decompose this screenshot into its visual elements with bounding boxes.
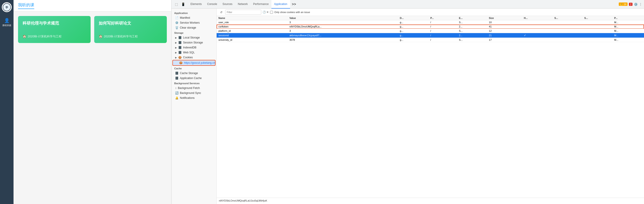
devtools-tabs: Elements Console Sources Network Perform… — [188, 0, 617, 8]
filter-input[interactable] — [225, 10, 261, 15]
cookie-toolbar: ↺ 🕐 ✕ Only show cookies with an issue — [216, 8, 644, 16]
col-header-path[interactable]: P... — [428, 16, 457, 20]
tab-performance[interactable]: Performance — [250, 0, 272, 8]
col-header-samesite[interactable]: S... — [582, 16, 612, 20]
sidebar-item-courses[interactable]: 👤 课程班级 — [1, 17, 12, 28]
sidebar-item-manifest[interactable]: 📄 Manifest — [172, 15, 216, 20]
sidebar-item-cookies-url[interactable]: 🍪 https://gsscut.yuketang.cn — [172, 60, 216, 66]
col-header-size[interactable]: Size — [487, 16, 522, 20]
svg-text:学: 学 — [6, 6, 8, 9]
error-badge: 2 — [629, 3, 632, 6]
service-workers-label: Service Workers — [180, 21, 200, 24]
app-cache-icon: 🗄️ — [175, 77, 178, 80]
notifications-icon: 🔔 — [175, 96, 178, 100]
col-header-domain[interactable]: D... — [398, 16, 428, 20]
cookie-row-3[interactable]: sessionidakbmaycdtkeoe13cjyaya97...g.../… — [216, 33, 644, 38]
course-meta-1: 🏠 2020秋-计算机科学与工程 — [99, 34, 162, 38]
filter-clear-icon[interactable]: ✕ — [266, 10, 269, 14]
filter-icons: 🕐 ✕ — [262, 10, 269, 14]
sidebar-item-web-sql[interactable]: ▶ 🗄️ Web SQL — [172, 50, 216, 55]
col-header-httponly[interactable]: H... — [522, 16, 552, 20]
local-storage-label: Local Storage — [183, 36, 200, 39]
sidebar-item-notifications[interactable]: 🔔 Notifications — [172, 95, 216, 100]
app-panel: 学 👤 课程班级 我听的课 科研伦理与学术规范 🏠 2020秋-计算机科学与工程… — [0, 0, 171, 204]
sidebar-item-application-cache[interactable]: 🗄️ Application Cache — [172, 76, 216, 81]
devtools-body: Application 📄 Manifest ⚙️ Service Worker… — [172, 8, 644, 204]
arrow-cookies: ▶ — [175, 56, 177, 59]
col-header-expires[interactable]: E... — [457, 16, 487, 20]
cookies-label: Cookies — [183, 56, 193, 59]
service-workers-icon: ⚙️ — [175, 21, 178, 24]
course-meta-text-0: 2020秋-计算机科学与工程 — [28, 34, 62, 38]
devtools-topbar: ⬚ 📱 Elements Console Sources Network Per… — [172, 0, 644, 8]
tab-application[interactable]: Application — [272, 0, 290, 8]
courses-grid: 科研伦理与学术规范 🏠 2020秋-计算机科学与工程 如何写好科研论文 🏠 20… — [14, 11, 171, 47]
sidebar-item-label: 课程班级 — [2, 24, 11, 27]
section-label-storage: Storage — [172, 30, 216, 35]
col-header-name[interactable]: Name — [216, 16, 288, 20]
local-storage-icon: 🗄️ — [178, 36, 182, 39]
tab-more[interactable]: >> — [290, 0, 298, 8]
bg-sync-label: Background Sync — [180, 91, 201, 95]
course-card-1[interactable]: 如何写好科研论文 🏠 2020秋-计算机科学与工程 — [94, 16, 167, 43]
clear-storage-label: Clear storage — [180, 26, 196, 29]
filter-history-icon[interactable]: 🕐 — [262, 10, 266, 14]
sidebar: 学 👤 课程班级 — [0, 0, 14, 204]
warning-badge: ⚠️ 26 — [619, 2, 628, 6]
tab-elements[interactable]: Elements — [188, 0, 204, 8]
tab-console[interactable]: Console — [204, 0, 220, 8]
col-header-priority[interactable]: P... — [612, 16, 644, 20]
cookie-value-footer: niNYDSbLOmoUMQoqRLaUJzu5qLWb4juK — [216, 198, 644, 204]
tab-network[interactable]: Network — [235, 0, 250, 8]
home-icon-1: 🏠 — [99, 35, 102, 38]
inspect-element-button[interactable]: ⬚ — [173, 1, 179, 7]
settings-icon[interactable]: ⚙️ — [634, 2, 638, 6]
sidebar-logo: 学 — [2, 2, 12, 12]
sidebar-item-local-storage[interactable]: ▶ 🗄️ Local Storage — [172, 35, 216, 40]
sidebar-item-service-workers[interactable]: ⚙️ Service Workers — [172, 20, 216, 25]
manifest-label: Manifest — [180, 16, 190, 19]
cookies-url-label: https://gsscut.yuketang.cn — [184, 61, 215, 64]
sidebar-item-bg-sync[interactable]: 🔄 Background Sync — [172, 91, 216, 95]
course-title-1: 如何写好科研论文 — [99, 20, 162, 26]
device-toolbar-button[interactable]: 📱 — [180, 1, 186, 7]
only-issues-checkbox[interactable] — [270, 11, 273, 14]
topbar-right: ⚠️ 26 2 ⚙️ ⋮ — [619, 2, 642, 6]
arrow-session-storage: ▶ — [175, 41, 177, 44]
refresh-button[interactable]: ↺ — [218, 9, 224, 15]
sidebar-item-bg-fetch[interactable]: ↕️ Background Fetch — [172, 86, 216, 91]
sidebar-item-cookies[interactable]: ▶ 🍪 Cookies — [172, 55, 216, 60]
cookie-row-4[interactable]: university_id3078g.../S...17M... — [216, 38, 644, 42]
cookie-row-2[interactable]: platform_id3g.../S...12M... — [216, 29, 644, 33]
cache-storage-icon: 🗄️ — [175, 72, 178, 75]
sidebar-item-indexeddb[interactable]: ▶ 🗄️ IndexedDB — [172, 45, 216, 50]
col-header-secure[interactable]: S... — [552, 16, 582, 20]
main-content: 我听的课 科研伦理与学术规范 🏠 2020秋-计算机科学与工程 如何写好科研论文… — [14, 0, 171, 204]
col-header-value[interactable]: Value — [288, 16, 398, 20]
cookies-url-icon: 🍪 — [179, 61, 182, 64]
user-icon: 👤 — [4, 18, 10, 23]
main-header: 我听的课 — [14, 0, 171, 11]
session-storage-icon: 🗄️ — [178, 41, 182, 44]
cookie-table-wrapper: Name Value D... P... E... Size H... S...… — [216, 16, 644, 198]
cookie-table: Name Value D... P... E... Size H... S...… — [216, 16, 644, 42]
sidebar-item-clear-storage[interactable]: 🗑️ Clear storage — [172, 25, 216, 30]
cookie-row-1[interactable]: csrftokenniNYDSbLOmoUMQoqRLa...g.../2...… — [216, 24, 644, 29]
section-label-application: Application — [172, 10, 216, 15]
course-card-0[interactable]: 科研伦理与学术规范 🏠 2020秋-计算机科学与工程 — [18, 16, 90, 43]
cookies-icon: 🍪 — [178, 56, 182, 59]
arrow-web-sql: ▶ — [175, 51, 177, 54]
section-label-cache: Cache — [172, 66, 216, 71]
indexeddb-label: IndexedDB — [183, 46, 196, 49]
app-cache-label: Application Cache — [180, 77, 202, 80]
more-options-icon[interactable]: ⋮ — [639, 2, 642, 6]
tab-sources[interactable]: Sources — [220, 0, 235, 8]
only-issues-label: Only show cookies with an issue — [274, 11, 310, 13]
cookie-row-0[interactable]: user_role3g.../S...10M... — [216, 20, 644, 24]
arrow-local-storage: ▶ — [175, 36, 177, 39]
clear-storage-icon: 🗑️ — [175, 26, 178, 29]
sidebar-item-session-storage[interactable]: ▶ 🗄️ Session Storage — [172, 40, 216, 45]
cache-storage-label: Cache Storage — [180, 72, 198, 75]
session-storage-label: Session Storage — [183, 41, 203, 44]
sidebar-item-cache-storage[interactable]: 🗄️ Cache Storage — [172, 71, 216, 76]
